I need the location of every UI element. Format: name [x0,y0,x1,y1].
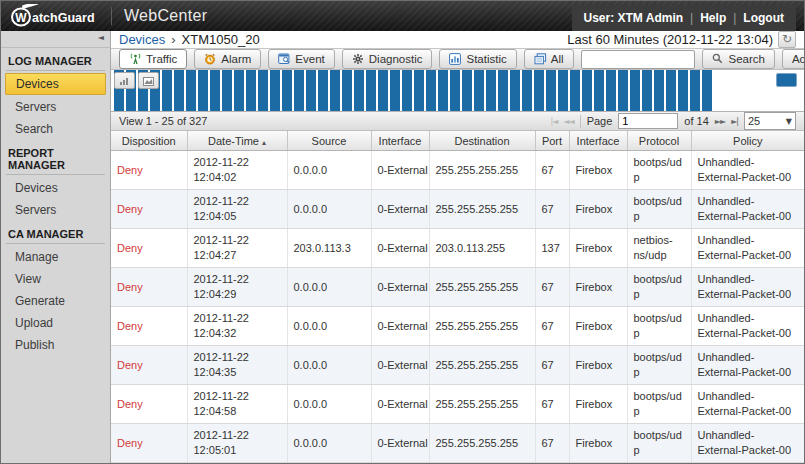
separator: | [690,11,693,25]
chart-bar [534,70,544,111]
cell-interface: Firebox [569,307,627,346]
filter-all-button[interactable]: All [524,49,574,69]
cell-disposition: Deny [111,151,187,190]
logout-link[interactable]: Logout [743,11,784,25]
table-row[interactable]: Deny2012-11-22 12:04:350.0.0.00-External… [111,346,804,385]
sidebar-item-devices[interactable]: Devices [5,73,106,95]
watchguard-logo: W atchGuard [9,4,101,28]
cell-interface: Firebox [569,151,627,190]
cell-interface: Firebox [569,346,627,385]
chart-bar [234,70,244,111]
cell-date-time: 2012-11-22 12:04:27 [187,229,287,268]
cell-policy: Unhandled-External-Packet-00 [691,385,804,424]
breadcrumb-separator: › [171,32,175,47]
sidebar-item-view[interactable]: View [1,268,110,290]
col-header-interface[interactable]: Interface [569,131,627,151]
next-page-button[interactable]: ►► [715,117,725,126]
sidebar-item-search[interactable]: Search [1,118,110,140]
filter-statistic-button[interactable]: Statistic [439,49,516,69]
prev-page-button[interactable]: ◄◄ [563,117,573,126]
sidebar-item-upload[interactable]: Upload [1,312,110,334]
col-header-interface[interactable]: Interface [371,131,429,151]
search-button-label: Search [729,53,765,65]
chart-bar [414,70,424,111]
cell-date-time: 2012-11-22 12:04:02 [187,151,287,190]
chart-bar [618,70,628,111]
area-chart-view-button[interactable] [138,72,159,89]
filter-traffic-button[interactable]: Traffic [119,49,187,69]
filter-alarm-button[interactable]: Alarm [194,49,261,69]
actions-button[interactable]: Actions [782,49,805,69]
table-row[interactable]: Deny2012-11-22 12:04:27203.0.113.30-Exte… [111,229,804,268]
first-page-button[interactable]: |◄ [550,117,557,126]
cell-date-time: 2012-11-22 12:04:35 [187,346,287,385]
area-chart-icon [143,77,154,86]
refresh-icon[interactable]: ↻ [778,31,796,48]
table-row[interactable]: Deny2012-11-22 12:04:020.0.0.00-External… [111,151,804,190]
chart-bar [678,70,688,111]
sidebar-item-publish[interactable]: Publish [1,334,110,356]
sidebar: ◄ LOG MANAGERDevicesServersSearchREPORT … [1,31,111,463]
chart-bar [450,70,460,111]
chart-bar [558,70,568,111]
bar-chart-icon [119,77,130,86]
cell-date-time: 2012-11-22 12:04:05 [187,190,287,229]
col-header-destination[interactable]: Destination [429,131,535,151]
chart-bar [606,70,616,111]
sidebar-item-servers[interactable]: Servers [1,199,110,221]
col-header-protocol[interactable]: Protocol [627,131,691,151]
cell-interface: Firebox [569,190,627,229]
table-row[interactable]: Deny2012-11-22 12:04:050.0.0.00-External… [111,190,804,229]
cell-destination: 255.255.255.255 [429,385,535,424]
sidebar-item-generate[interactable]: Generate [1,290,110,312]
sidebar-item-manage[interactable]: Manage [1,246,110,268]
chart-bar [498,70,508,111]
chart-bar [282,70,292,111]
page-label: Page [587,115,613,127]
bar-chart-view-button[interactable] [114,72,135,89]
search-button[interactable]: Search [702,49,775,69]
cell-interface: 0-External [371,307,429,346]
table-row[interactable]: Deny2012-11-22 12:04:290.0.0.00-External… [111,268,804,307]
cell-port: 137 [535,229,569,268]
cell-policy: Unhandled-External-Packet-00 [691,190,804,229]
filter-event-button[interactable]: Event [268,49,334,69]
sidebar-section-title: LOG MANAGER [6,48,105,71]
cell-destination: 255.255.255.255 [429,268,535,307]
last-page-button[interactable]: ►| [731,117,738,126]
collapse-sidebar-icon[interactable]: ◄ [1,31,110,48]
diagnostic-icon [352,53,365,65]
cell-source: 0.0.0.0 [287,346,371,385]
legend-series-swatch[interactable] [776,73,797,87]
chart-bar [378,70,388,111]
filter-diagnostic-button[interactable]: Diagnostic [342,49,433,69]
table-header-row: DispositionDate-Time▴SourceInterfaceDest… [111,131,804,151]
cell-protocol: bootps/udp [627,151,691,190]
cell-disposition: Deny [111,229,187,268]
col-header-port[interactable]: Port [535,131,569,151]
help-link[interactable]: Help [700,11,726,25]
cell-interface: 0-External [371,346,429,385]
table-row[interactable]: Deny2012-11-22 12:05:010.0.0.00-External… [111,424,804,463]
chart-bar [642,70,652,111]
chart-bar [222,70,232,111]
chart-view-controls [114,72,159,89]
view-range-text: View 1 - 25 of 327 [119,115,207,127]
chart-bar [654,70,664,111]
col-header-policy[interactable]: Policy [691,131,804,151]
chart-bar [546,70,556,111]
col-header-source[interactable]: Source [287,131,371,151]
sidebar-item-devices[interactable]: Devices [1,177,110,199]
page-size-select[interactable]: 25 ▼ [744,112,796,130]
page-number-input[interactable] [618,113,678,129]
col-header-disposition[interactable]: Disposition [111,131,187,151]
table-row[interactable]: Deny2012-11-22 12:04:580.0.0.00-External… [111,385,804,424]
breadcrumb-link-devices[interactable]: Devices [119,32,165,47]
cell-interface: Firebox [569,268,627,307]
table-row[interactable]: Deny2012-11-22 12:04:320.0.0.00-External… [111,307,804,346]
search-input[interactable] [581,50,695,69]
sidebar-item-servers[interactable]: Servers [1,96,110,118]
col-header-date-time[interactable]: Date-Time▴ [187,131,287,151]
cell-protocol: bootps/udp [627,307,691,346]
filter-label: Diagnostic [369,53,423,65]
